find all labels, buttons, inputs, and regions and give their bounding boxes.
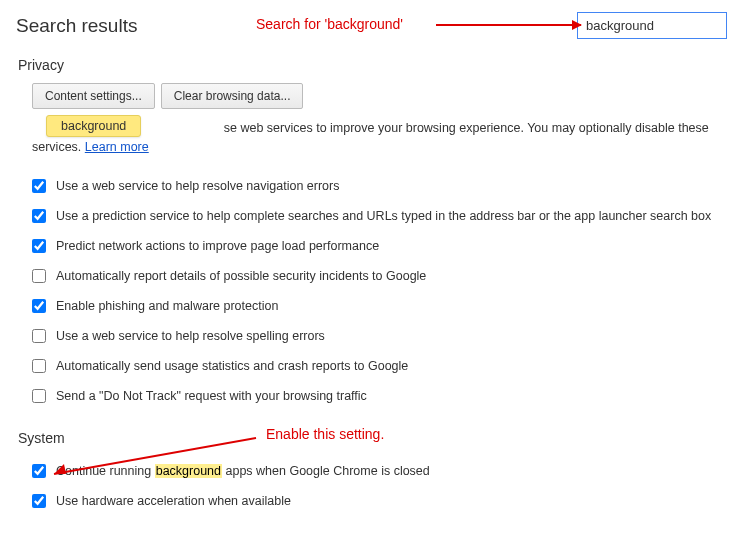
privacy-option-label: Use a web service to help resolve naviga… [56,177,727,195]
privacy-option-checkbox[interactable] [32,299,46,313]
privacy-option-label: Use a web service to help resolve spelli… [56,327,727,345]
system-options-list: Continue running background apps when Go… [16,456,727,516]
privacy-option-label: Enable phishing and malware protection [56,297,727,315]
privacy-option-row[interactable]: Use a prediction service to help complet… [16,201,727,231]
system-option-label: Continue running background apps when Go… [56,462,727,480]
page-title: Search results [16,15,137,37]
system-option-row[interactable]: Use hardware acceleration when available [16,486,727,516]
system-option-checkbox[interactable] [32,494,46,508]
content-settings-button[interactable]: Content settings... [32,83,155,109]
system-option-checkbox[interactable] [32,464,46,478]
privacy-option-row[interactable]: Use a web service to help resolve spelli… [16,321,727,351]
search-highlight-tag: background [46,115,141,137]
privacy-option-label: Use a prediction service to help complet… [56,207,727,225]
annotation-search: Search for 'background' [256,16,403,32]
privacy-option-row[interactable]: Send a "Do Not Track" request with your … [16,381,727,411]
privacy-option-checkbox[interactable] [32,269,46,283]
header-row: Search results Search for 'background' ✕ [16,12,727,39]
search-highlight: background [155,464,222,478]
learn-more-link[interactable]: Learn more [85,140,149,154]
privacy-option-checkbox[interactable] [32,179,46,193]
privacy-description: background XXXXXXXXXXXXXXXXXXXXXXXse web… [16,119,727,157]
privacy-option-row[interactable]: Predict network actions to improve page … [16,231,727,261]
privacy-option-label: Automatically send usage statistics and … [56,357,727,375]
system-option-label: Use hardware acceleration when available [56,492,727,510]
search-input[interactable] [584,17,743,34]
privacy-option-row[interactable]: Automatically send usage statistics and … [16,351,727,381]
section-title-privacy: Privacy [16,57,727,73]
clear-browsing-data-button[interactable]: Clear browsing data... [161,83,304,109]
privacy-option-label: Send a "Do Not Track" request with your … [56,387,727,405]
privacy-option-row[interactable]: Use a web service to help resolve naviga… [16,171,727,201]
annotation-arrow-right [436,24,581,26]
privacy-options-list: Use a web service to help resolve naviga… [16,171,727,412]
privacy-button-row: Content settings... Clear browsing data.… [16,83,727,109]
privacy-option-row[interactable]: Automatically report details of possible… [16,261,727,291]
privacy-option-checkbox[interactable] [32,239,46,253]
privacy-option-checkbox[interactable] [32,389,46,403]
system-option-row[interactable]: Continue running background apps when Go… [16,456,727,486]
privacy-option-row[interactable]: Enable phishing and malware protection [16,291,727,321]
privacy-option-checkbox[interactable] [32,359,46,373]
privacy-option-label: Predict network actions to improve page … [56,237,727,255]
privacy-option-label: Automatically report details of possible… [56,267,727,285]
privacy-option-checkbox[interactable] [32,329,46,343]
search-box[interactable]: ✕ [577,12,727,39]
annotation-enable: Enable this setting. [266,426,384,442]
privacy-option-checkbox[interactable] [32,209,46,223]
